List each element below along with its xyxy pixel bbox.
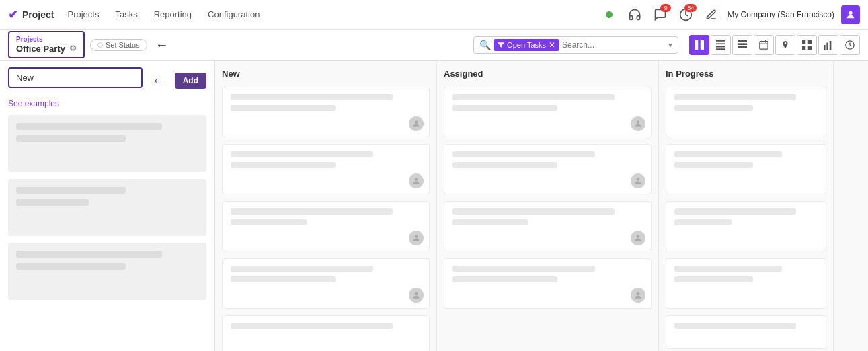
card-avatar xyxy=(631,288,645,303)
kanban-card[interactable] xyxy=(444,144,652,194)
kanban-card[interactable] xyxy=(666,87,826,137)
svg-rect-2 xyxy=(695,40,698,50)
nav-tasks[interactable]: Tasks xyxy=(112,8,140,21)
messages-icon[interactable]: 9 xyxy=(651,5,670,24)
kanban-card[interactable] xyxy=(666,315,826,349)
card-avatar xyxy=(409,231,424,245)
card-avatar xyxy=(409,173,424,188)
search-dropdown-icon[interactable]: ▾ xyxy=(668,40,672,50)
nav-configuration[interactable]: Configuration xyxy=(205,8,262,21)
add-button[interactable]: Add xyxy=(175,73,206,89)
main-content: ← Add See examples New xyxy=(0,61,868,351)
card-avatar xyxy=(631,116,645,131)
logo-checkmark: ✔ xyxy=(8,7,18,22)
svg-point-29 xyxy=(637,235,640,238)
svg-point-30 xyxy=(637,292,640,295)
card-avatar xyxy=(631,231,645,245)
filter-close-icon[interactable]: ✕ xyxy=(549,40,555,50)
svg-point-28 xyxy=(637,178,640,181)
calendar-view-button[interactable] xyxy=(754,35,774,55)
kanban-card[interactable] xyxy=(666,201,826,251)
svg-point-26 xyxy=(415,292,418,295)
kanban-card[interactable] xyxy=(222,201,430,251)
kanban-card[interactable] xyxy=(222,87,430,137)
filter-tag-label: Open Tasks xyxy=(507,41,546,49)
filter-icon xyxy=(498,42,504,48)
nav-reporting[interactable]: Reporting xyxy=(151,8,194,21)
svg-point-1 xyxy=(849,11,852,14)
settings-icon[interactable] xyxy=(702,5,721,24)
breadcrumb-current: Office Party xyxy=(16,44,65,55)
card-avatar xyxy=(409,116,424,131)
headset-icon[interactable] xyxy=(625,5,644,24)
search-icon: 🔍 xyxy=(479,40,491,50)
skeleton-card-3 xyxy=(8,243,206,300)
see-examples-link[interactable]: See examples xyxy=(8,99,206,108)
svg-rect-18 xyxy=(808,46,812,49)
app-name: Project xyxy=(22,9,54,20)
svg-rect-9 xyxy=(738,43,747,45)
skeleton-line xyxy=(16,187,126,194)
skeleton-line xyxy=(16,199,89,206)
new-task-arrow-icon: ← xyxy=(152,73,165,88)
kanban-card[interactable] xyxy=(444,201,652,251)
search-input[interactable] xyxy=(562,40,663,50)
svg-rect-3 xyxy=(701,40,704,50)
kanban-card[interactable] xyxy=(444,258,652,309)
status-dot-icon xyxy=(600,5,619,24)
clock-view-button[interactable] xyxy=(840,35,860,55)
map-view-button[interactable] xyxy=(775,35,795,55)
activity-icon[interactable]: 34 xyxy=(676,5,695,24)
svg-rect-16 xyxy=(808,40,812,44)
chart-view-button[interactable] xyxy=(818,35,838,55)
settings-gear-icon[interactable]: ⚙ xyxy=(69,44,77,54)
app-logo[interactable]: ✔ Project xyxy=(8,7,54,22)
skeleton-line xyxy=(16,135,126,142)
activity-badge: 34 xyxy=(684,4,697,12)
kanban-column-in-progress: In Progress xyxy=(659,61,834,351)
svg-rect-8 xyxy=(738,40,747,42)
kanban-column-new: New xyxy=(215,61,437,351)
user-avatar[interactable] xyxy=(841,5,860,24)
svg-rect-19 xyxy=(824,45,826,50)
new-task-input[interactable] xyxy=(16,73,134,83)
svg-rect-20 xyxy=(826,42,828,50)
svg-rect-6 xyxy=(716,46,725,47)
kanban-card[interactable] xyxy=(444,87,652,137)
set-status-button[interactable]: Set Status xyxy=(90,39,147,51)
svg-rect-11 xyxy=(760,41,768,48)
breadcrumb-parent[interactable]: Projects xyxy=(16,35,77,44)
company-name: My Company (San Francisco) xyxy=(727,10,834,20)
left-panel: ← Add See examples xyxy=(0,61,215,351)
grid-view-button[interactable] xyxy=(797,35,817,55)
column-title-assigned: Assigned xyxy=(444,69,652,79)
list-view-button[interactable] xyxy=(711,35,731,55)
card-avatar xyxy=(631,173,645,188)
kanban-card[interactable] xyxy=(222,144,430,194)
svg-point-24 xyxy=(415,178,418,181)
sub-navigation-bar: Projects Office Party ⚙ Set Status ← 🔍 O… xyxy=(0,30,868,61)
top-navigation: ✔ Project Projects Tasks Reporting Confi… xyxy=(0,0,868,30)
svg-rect-21 xyxy=(830,40,832,49)
svg-point-25 xyxy=(415,235,418,238)
back-arrow-icon[interactable]: ← xyxy=(155,37,169,52)
svg-rect-10 xyxy=(738,46,747,48)
card-avatar xyxy=(409,288,424,303)
svg-point-27 xyxy=(637,120,640,124)
list2-view-button[interactable] xyxy=(732,35,752,55)
top-right-actions: 9 34 My Company (San Francisco) xyxy=(600,5,860,24)
kanban-card[interactable] xyxy=(222,315,430,351)
nav-projects[interactable]: Projects xyxy=(65,8,102,21)
view-toggle-group xyxy=(689,35,860,55)
column-title-in-progress: In Progress xyxy=(666,69,826,79)
skeleton-line xyxy=(16,263,126,270)
filter-tag-open-tasks[interactable]: Open Tasks ✕ xyxy=(494,39,559,51)
kanban-column-assigned: Assigned xyxy=(437,61,659,351)
skeleton-card-1 xyxy=(8,115,206,172)
svg-rect-4 xyxy=(716,40,725,42)
kanban-card[interactable] xyxy=(666,258,826,309)
messages-badge: 9 xyxy=(660,4,671,12)
kanban-view-button[interactable] xyxy=(689,35,709,55)
kanban-card[interactable] xyxy=(222,258,430,309)
kanban-card[interactable] xyxy=(666,144,826,194)
